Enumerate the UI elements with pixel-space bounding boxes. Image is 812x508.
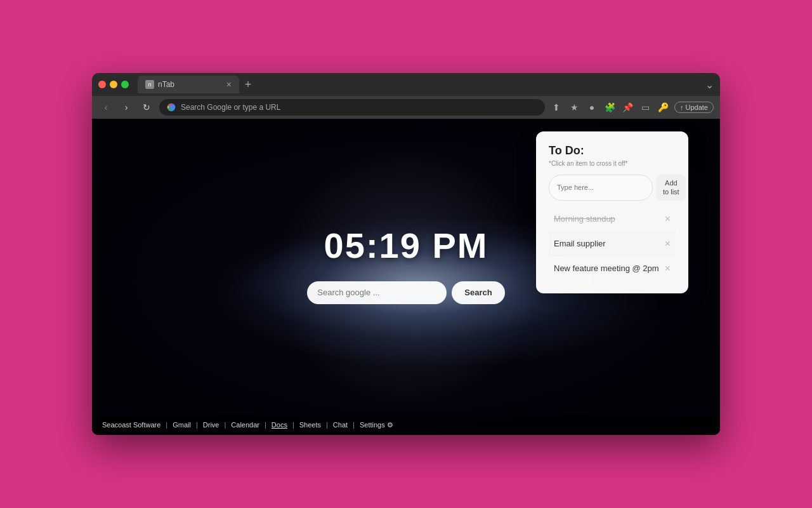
close-window-button[interactable] <box>98 81 106 88</box>
maximize-window-button[interactable] <box>121 81 129 88</box>
title-bar: n nTab × + ⌄ <box>92 73 720 96</box>
main-content: 05:19 PM Search To Do: *Click an item to… <box>92 119 720 435</box>
todo-item-close-3[interactable]: × <box>665 263 671 274</box>
forward-button[interactable]: › <box>119 100 134 115</box>
puzzle-icon[interactable]: 🧩 <box>603 101 616 114</box>
url-text: Search Google or type a URL <box>181 103 280 112</box>
footer-link-gmail[interactable]: Gmail <box>170 421 193 429</box>
active-tab[interactable]: n nTab × <box>138 76 239 93</box>
clock-display: 05:19 PM <box>324 225 488 266</box>
todo-item-close-1[interactable]: × <box>665 213 671 225</box>
todo-item[interactable]: Morning standup × <box>549 207 676 232</box>
todo-item-text-2: Email supplier <box>554 239 660 248</box>
footer-sep-6: | <box>324 421 331 429</box>
todo-panel: To Do: *Click an item to cross it off* A… <box>536 131 688 293</box>
search-row: Search <box>307 281 504 304</box>
footer-sep-1: | <box>163 421 170 429</box>
update-label: Update <box>686 104 708 111</box>
footer-sep-3: | <box>221 421 228 429</box>
todo-item-text-1: Morning standup <box>554 214 660 224</box>
add-line2: to list <box>663 188 679 196</box>
profile-icon[interactable]: ● <box>586 101 598 114</box>
todo-new-item-input[interactable] <box>549 175 653 201</box>
footer-link-seacoast[interactable]: Seacoast Software <box>100 421 163 429</box>
search-input-wrapper[interactable] <box>307 281 447 304</box>
footer-sep-2: | <box>193 421 200 429</box>
footer-link-calendar[interactable]: Calendar <box>228 421 262 429</box>
todo-hint: *Click an item to cross it off* <box>549 160 676 167</box>
traffic-lights <box>98 81 129 88</box>
todo-title: To Do: <box>549 144 676 157</box>
search-button[interactable]: Search <box>452 281 504 304</box>
tab-close-button[interactable]: × <box>226 79 232 90</box>
footer-sep-7: | <box>350 421 357 429</box>
tab-bar: n nTab × + <box>138 76 702 93</box>
key-icon[interactable]: 🔑 <box>657 101 669 114</box>
footer-link-sheets[interactable]: Sheets <box>297 421 324 429</box>
footer-link-drive[interactable]: Drive <box>200 421 222 429</box>
search-input[interactable] <box>317 288 436 297</box>
update-arrow-icon: ↑ <box>680 104 684 111</box>
todo-item[interactable]: Email supplier × <box>549 232 676 257</box>
footer-link-docs[interactable]: Docs <box>269 421 290 429</box>
footer-link-chat[interactable]: Chat <box>331 421 350 429</box>
todo-add-row: Add to list <box>549 175 676 201</box>
todo-add-button[interactable]: Add to list <box>657 175 686 201</box>
todo-item-text-3: New feature meeting @ 2pm <box>554 264 660 273</box>
window-chevron[interactable]: ⌄ <box>705 79 714 91</box>
content-overlay: 05:19 PM Search To Do: *Click an item to… <box>92 119 720 435</box>
toolbar-icons: ⬆ ★ ● 🧩 📌 ▭ 🔑 ↑ Update <box>550 101 714 114</box>
tab-favicon: n <box>145 80 154 89</box>
address-bar: ‹ › ↻ Search Google or type a URL ⬆ ★ ● … <box>92 96 720 119</box>
tablet-icon[interactable]: ▭ <box>639 101 652 114</box>
new-tab-button[interactable]: + <box>239 76 257 93</box>
google-icon <box>167 103 176 112</box>
bookmark-icon[interactable]: ★ <box>568 101 580 114</box>
footer-sep-5: | <box>290 421 297 429</box>
todo-item[interactable]: New feature meeting @ 2pm × <box>549 257 676 281</box>
footer-bar: Seacoast Software | Gmail | Drive | Cale… <box>92 415 720 435</box>
update-button[interactable]: ↑ Update <box>674 102 714 113</box>
back-button[interactable]: ‹ <box>98 100 114 115</box>
footer-link-settings[interactable]: Settings ⚙ <box>357 421 396 429</box>
browser-window: n nTab × + ⌄ ‹ › ↻ Search Google or type… <box>92 73 720 435</box>
footer-sep-4: | <box>262 421 269 429</box>
add-line1: Add <box>665 179 678 187</box>
share-icon[interactable]: ⬆ <box>550 101 563 114</box>
refresh-button[interactable]: ↻ <box>139 100 154 115</box>
pin-icon[interactable]: 📌 <box>621 101 634 114</box>
todo-item-close-2[interactable]: × <box>665 238 671 250</box>
url-bar[interactable]: Search Google or type a URL <box>159 99 545 116</box>
minimize-window-button[interactable] <box>110 81 117 88</box>
tab-label: nTab <box>158 80 174 89</box>
